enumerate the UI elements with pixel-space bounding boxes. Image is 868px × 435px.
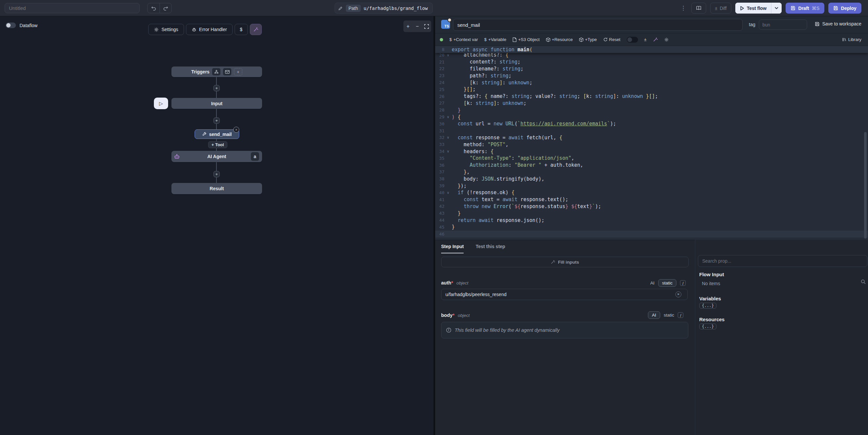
code-line-44[interactable]: 44 return await response.json(); bbox=[435, 217, 868, 224]
code-line-23[interactable]: 23 path?: string; bbox=[435, 72, 868, 79]
code-line-41[interactable]: 41 const text = await response.text(); bbox=[435, 196, 868, 203]
redo-button[interactable] bbox=[159, 3, 172, 13]
add-type-button[interactable]: +Type bbox=[579, 37, 597, 42]
fold-icon[interactable]: ∨ bbox=[444, 135, 452, 139]
flow-canvas[interactable]: Dataflow Settings Error Handler $ + − Tr… bbox=[0, 16, 434, 435]
tab-test-this-step[interactable]: Test this step bbox=[475, 240, 505, 253]
clear-auth-icon[interactable]: ✕ bbox=[675, 291, 681, 298]
step-name-input[interactable] bbox=[453, 19, 743, 31]
code-line-30[interactable]: 30 const url = new URL(`https://api.rese… bbox=[435, 120, 868, 127]
ai-wand-button[interactable] bbox=[250, 24, 262, 35]
code-line-27[interactable]: 27 [k: string]: unknown; bbox=[435, 100, 868, 107]
tag-input[interactable] bbox=[759, 20, 807, 30]
fold-icon[interactable]: ∨ bbox=[444, 53, 452, 57]
input-node[interactable]: Input bbox=[172, 98, 262, 109]
run-from-input-button[interactable]: ▷ bbox=[154, 98, 168, 109]
code-line-34[interactable]: 34∨ headers: { bbox=[435, 148, 868, 155]
tab-step-input[interactable]: Step Input bbox=[441, 240, 464, 253]
fold-icon[interactable]: ∨ bbox=[444, 190, 452, 195]
test-flow-dropdown[interactable] bbox=[771, 3, 782, 13]
code-line-39[interactable]: 39 }); bbox=[435, 182, 868, 189]
code-line-21[interactable]: 21 content?: string; bbox=[435, 59, 868, 65]
add-tool-button[interactable]: + Tool bbox=[208, 141, 227, 148]
settings-button[interactable]: Settings bbox=[148, 24, 184, 35]
expression-toggle-icon[interactable]: f bbox=[680, 280, 686, 286]
docs-button[interactable] bbox=[691, 3, 706, 13]
code-line-28[interactable]: 28 } bbox=[435, 106, 868, 114]
dataflow-toggle[interactable] bbox=[6, 23, 16, 28]
code-line-29[interactable]: 29∨) { bbox=[435, 114, 868, 120]
code-token: } bbox=[452, 224, 455, 230]
add-context-var-button[interactable]: $+Context var bbox=[450, 37, 478, 42]
reset-button[interactable]: Reset bbox=[603, 37, 620, 42]
flow-name-input[interactable] bbox=[5, 3, 140, 13]
triggers-node[interactable]: Triggers + bbox=[172, 66, 262, 77]
insert-step-button[interactable]: + bbox=[213, 118, 220, 124]
code-line-38[interactable]: 38 body: JSON.stringify(body), bbox=[435, 175, 868, 182]
add-variable-button[interactable]: $+Variable bbox=[484, 37, 506, 42]
diff-mode-button[interactable]: ± bbox=[644, 37, 647, 42]
code-line-33[interactable]: 33 method: "POST", bbox=[435, 141, 868, 148]
mail-trigger-icon[interactable] bbox=[223, 68, 231, 75]
auth-static-mode-button[interactable]: static bbox=[658, 279, 677, 287]
library-button[interactable]: Library bbox=[842, 37, 861, 42]
sticky-code-line[interactable]: 8export async function main( bbox=[435, 46, 868, 53]
code-line-24[interactable]: 24 [k: string]: unknown; bbox=[435, 79, 868, 86]
code-line-35[interactable]: 35 "Content-Type": "application/json", bbox=[435, 155, 868, 162]
fit-view-button[interactable] bbox=[422, 21, 431, 32]
auth-ai-mode-button[interactable]: AI bbox=[650, 281, 655, 285]
code-line-36[interactable]: 36 Authorization: "Bearer " + auth.token… bbox=[435, 162, 868, 169]
auth-value-input[interactable] bbox=[441, 289, 688, 300]
editor-settings-button[interactable] bbox=[664, 37, 669, 42]
add-s3-object-button[interactable]: +S3 Object bbox=[513, 37, 540, 42]
code-line-43[interactable]: 43 } bbox=[435, 210, 868, 217]
more-menu-icon[interactable]: ⋮ bbox=[679, 5, 687, 11]
code-line-26[interactable]: 26 tags?: { name?: string; value?: strin… bbox=[435, 93, 868, 100]
zoom-out-button[interactable]: − bbox=[413, 21, 422, 32]
undo-button[interactable] bbox=[148, 3, 159, 13]
search-prop-input[interactable] bbox=[698, 255, 867, 267]
code-editor[interactable]: 20∨ attachments?: {21 content?: string;2… bbox=[435, 46, 868, 240]
error-handler-button[interactable]: Error Handler bbox=[186, 24, 232, 35]
code-line-31[interactable]: 31 bbox=[435, 127, 868, 134]
code-line-42[interactable]: 42 throw new Error(`${response.status} $… bbox=[435, 203, 868, 210]
path-chip[interactable]: Path u/farhadglbs/grand_flow bbox=[335, 3, 433, 13]
search-icon[interactable] bbox=[861, 279, 866, 284]
code-line-45[interactable]: 45} bbox=[435, 224, 868, 230]
test-flow-button[interactable]: Test flow bbox=[735, 3, 771, 13]
expression-toggle-icon[interactable]: f bbox=[678, 312, 683, 318]
diff-button[interactable]: ±Diff bbox=[710, 3, 731, 13]
code-line-37[interactable]: 37 }, bbox=[435, 169, 868, 176]
resources-object-badge[interactable]: {...} bbox=[699, 323, 716, 330]
close-icon[interactable]: × bbox=[233, 127, 239, 133]
result-node[interactable]: Result bbox=[172, 183, 262, 194]
editor-toggle[interactable] bbox=[627, 37, 638, 43]
fill-inputs-button[interactable]: Fill inputs bbox=[441, 257, 689, 267]
dollar-button[interactable]: $ bbox=[235, 24, 248, 35]
deploy-button[interactable]: Deploy bbox=[828, 3, 861, 13]
code-line-32[interactable]: 32∨ const response = await fetch(url, { bbox=[435, 134, 868, 141]
code-line-25[interactable]: 25 }[]; bbox=[435, 86, 868, 93]
save-to-workspace-button[interactable]: Save to workspace bbox=[815, 21, 861, 27]
fold-icon[interactable]: ∨ bbox=[444, 149, 452, 154]
ai-wand-button[interactable] bbox=[653, 37, 658, 42]
draft-button[interactable]: Draft⌘S bbox=[785, 3, 824, 13]
agent-badge[interactable]: a bbox=[251, 152, 259, 161]
variables-object-badge[interactable]: {...} bbox=[699, 303, 716, 309]
ai-agent-node[interactable]: AI Agent a bbox=[172, 151, 262, 162]
body-ai-mode-button[interactable]: AI bbox=[648, 311, 660, 319]
insert-step-button[interactable]: + bbox=[213, 85, 220, 91]
add-trigger-button[interactable]: + bbox=[234, 68, 242, 75]
send-mail-node[interactable]: send_mail bbox=[194, 129, 239, 139]
webhook-icon[interactable] bbox=[212, 68, 220, 75]
code-line-40[interactable]: 40∨ if (!response.ok) { bbox=[435, 189, 868, 196]
tag-label: tag bbox=[749, 22, 755, 27]
code-line-22[interactable]: 22 filename?: string; bbox=[435, 65, 868, 72]
body-static-mode-button[interactable]: static bbox=[664, 313, 674, 317]
fold-icon[interactable]: ∨ bbox=[444, 115, 452, 119]
insert-step-button[interactable]: + bbox=[213, 171, 220, 177]
code-line-46[interactable]: 46 bbox=[435, 230, 868, 238]
add-resource-button[interactable]: +Resource bbox=[546, 37, 573, 42]
zoom-in-button[interactable]: + bbox=[403, 21, 413, 32]
editor-scrollbar[interactable] bbox=[864, 132, 867, 239]
